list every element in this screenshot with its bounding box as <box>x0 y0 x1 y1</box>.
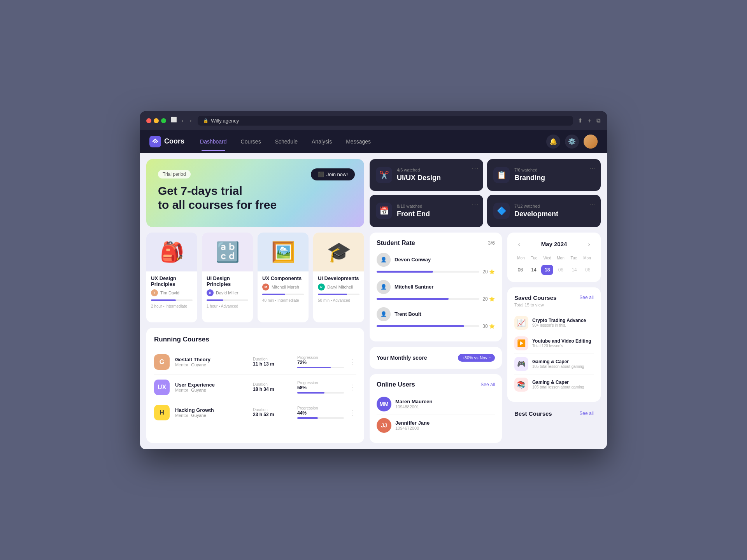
progress-card-branding[interactable]: 📋 7/6 watched Branding ⋯ <box>487 159 601 191</box>
hacking-icon: H <box>154 405 170 420</box>
ou-item-maren[interactable]: MM Maren Maureen 1094882001 <box>377 394 495 415</box>
nav-item-courses[interactable]: Courses <box>235 135 267 148</box>
running-course-hacking[interactable]: H Hacking Growth Mentor Guyane Duration … <box>154 400 356 425</box>
gestalt-mentor: Mentor Guyane <box>175 362 247 367</box>
ms-header: Your Monthly score +30% vs Nov ↑ <box>377 354 495 362</box>
ux-more-icon[interactable]: ⋮ <box>349 383 356 392</box>
browser-controls: ⬜ ‹ › <box>171 117 193 124</box>
ui-design-progress-bar <box>207 299 248 301</box>
sc-item-gaming2[interactable]: 📚 Gaming & Caper 105 total lesson about … <box>514 374 594 395</box>
course-card-ui-design[interactable]: 🔡 UI Design Principles D David Miller 1 … <box>202 233 253 322</box>
cal-day-14a[interactable]: 14 <box>528 265 540 275</box>
ui-dev-progress-fill <box>318 294 347 295</box>
sc-desc-crypto: 90+ lesson's in this. <box>532 323 594 327</box>
address-bar[interactable]: 🔒 Willy.agency <box>198 116 573 126</box>
cal-prev-button[interactable]: ‹ <box>514 240 524 249</box>
cal-next-button[interactable]: › <box>584 240 594 249</box>
fullscreen-button[interactable] <box>161 118 166 123</box>
tabs-icon[interactable]: ⧉ <box>596 117 601 124</box>
hacking-info: Hacking Growth Mentor Guyane <box>175 407 247 418</box>
cal-days-header: Mon Tue Wed Mon Tue Mon <box>514 254 594 262</box>
sr-item-devon: 👤 Devon Conway 20 ⭐ <box>377 253 495 275</box>
ux-info: User Experience Mentor Guyane <box>175 382 247 392</box>
navbar: Coors Dashboard Courses Schedule Analysi… <box>140 130 607 153</box>
hacking-more-icon[interactable]: ⋮ <box>349 408 356 417</box>
cal-days: 06 14 18 06 14 06 <box>514 265 594 275</box>
best-see-all[interactable]: See all <box>579 411 594 416</box>
development-more-icon[interactable]: ⋯ <box>589 200 596 208</box>
nav-item-messages[interactable]: Messages <box>340 135 377 148</box>
close-button[interactable] <box>146 118 151 123</box>
course-card-ux-components[interactable]: 🖼️ UX Components M Mitchell Marsh 40 min… <box>258 233 309 322</box>
sc-name-gaming1: Gaming & Caper <box>532 359 594 364</box>
sr-name-devon: Devon Conway <box>395 257 431 262</box>
progress-card-development[interactable]: 🔷 7/12 watched Development ⋯ <box>487 195 601 227</box>
ux-design-meta: 2 hour • Intermediate <box>151 304 193 308</box>
running-courses-title: Running Courses <box>154 336 356 343</box>
branding-more-icon[interactable]: ⋯ <box>589 164 596 172</box>
ux-design-author: T Tim David <box>151 289 193 296</box>
running-course-ux[interactable]: UX User Experience Mentor Guyane Duratio… <box>154 375 356 400</box>
ou-avatar-maren: MM <box>377 397 391 411</box>
nav-item-dashboard[interactable]: Dashboard <box>194 135 233 148</box>
nav-item-analysis[interactable]: Analysis <box>305 135 338 148</box>
sc-see-all[interactable]: See all <box>579 295 594 300</box>
cal-day-14b[interactable]: 14 <box>568 265 580 275</box>
notifications-button[interactable]: 🔔 <box>546 135 560 149</box>
ou-see-all[interactable]: See all <box>480 382 495 387</box>
ux-components-progress-bar <box>262 294 304 295</box>
sidebar-toggle-icon[interactable]: ⬜ <box>171 117 177 124</box>
join-button[interactable]: ⬛ Join now! <box>311 168 355 180</box>
course-card-ui-dev[interactable]: 🎓 UI Developments D Daryl Mitchell 50 mi… <box>313 233 364 322</box>
gestalt-progression: Progression 72% <box>297 355 344 368</box>
progress-card-frontend[interactable]: 📅 8/10 watched Front End ⋯ <box>370 195 483 227</box>
ux-design-thumb: 🎒 <box>146 233 197 271</box>
hacking-title: Hacking Growth <box>175 407 247 413</box>
cal-day-06a[interactable]: 06 <box>514 265 526 275</box>
user-avatar[interactable] <box>584 135 598 149</box>
uiux-icon: ✂️ <box>376 167 392 183</box>
sc-info-youtube: Youtube and Video Editing Total 120 less… <box>532 338 594 348</box>
cal-day-06b[interactable]: 06 <box>555 265 567 275</box>
sc-item-gaming1[interactable]: 🎮 Gaming & Caper 105 total lesson about … <box>514 354 594 374</box>
cal-day-18[interactable]: 18 <box>541 265 553 275</box>
sc-subtitle: Total 15 to view <box>514 303 594 307</box>
ux-icon: UX <box>154 380 170 395</box>
ux-title: User Experience <box>175 382 247 388</box>
ux-design-body: UX Design Principles T Tim David 2 hour … <box>146 271 197 312</box>
progress-card-uiux[interactable]: ✂️ 4/6 watched UI/UX Design ⋯ <box>370 159 483 191</box>
back-icon[interactable]: ‹ <box>180 117 185 124</box>
nav-item-schedule[interactable]: Schedule <box>269 135 304 148</box>
ou-item-jenniffer[interactable]: JJ Jenniffer Jane 1094672000 <box>377 415 495 436</box>
running-course-gestalt[interactable]: G Gestalt Theory Mentor Guyane Duration … <box>154 350 356 375</box>
sc-header: Saved Courses See all <box>514 294 594 301</box>
frontend-more-icon[interactable]: ⋯ <box>472 200 479 208</box>
course-card-ux-design[interactable]: 🎒 UX Design Principles T Tim David 2 hou… <box>146 233 197 322</box>
frontend-watched: 8/10 watched <box>397 204 477 208</box>
settings-button[interactable]: ⚙️ <box>565 135 579 149</box>
share-icon[interactable]: ⬆ <box>578 117 583 124</box>
gestalt-more-icon[interactable]: ⋮ <box>349 358 356 366</box>
student-rate-col: Student Rate 3/6 👤 Devon Conway 20 ⭐ <box>370 233 502 443</box>
cal-nav-right: › <box>584 240 594 249</box>
sc-thumb-gaming1: 🎮 <box>514 357 528 371</box>
sc-thumb-gaming2: 📚 <box>514 378 528 392</box>
sc-item-crypto[interactable]: 📈 Crypto Trading Advance 90+ lesson's in… <box>514 313 594 333</box>
hacking-mentor: Mentor Guyane <box>175 413 247 418</box>
ou-id-maren: 1094882001 <box>395 404 495 409</box>
ou-avatar-jenniffer: JJ <box>377 418 391 433</box>
new-tab-icon[interactable]: ＋ <box>587 117 593 124</box>
sr-item-trent: 👤 Trent Boult 30 ⭐ <box>377 307 495 329</box>
logo[interactable]: Coors <box>149 136 184 147</box>
sc-item-youtube[interactable]: ▶️ Youtube and Video Editing Total 120 l… <box>514 333 594 354</box>
trial-badge: Trial period <box>158 170 191 178</box>
ou-name-jenniffer: Jenniffer Jane <box>395 420 495 426</box>
minimize-button[interactable] <box>154 118 159 123</box>
sc-info-gaming2: Gaming & Caper 105 total lesson about ga… <box>532 380 594 389</box>
uiux-more-icon[interactable]: ⋯ <box>472 164 479 172</box>
running-courses-card: Running Courses G Gestalt Theory Mentor … <box>146 328 364 443</box>
progress-card-frontend-info: 8/10 watched Front End <box>397 204 477 218</box>
cal-day-06c[interactable]: 06 <box>582 265 594 275</box>
ou-header: Online Users See all <box>377 381 495 388</box>
forward-icon[interactable]: › <box>188 117 193 124</box>
